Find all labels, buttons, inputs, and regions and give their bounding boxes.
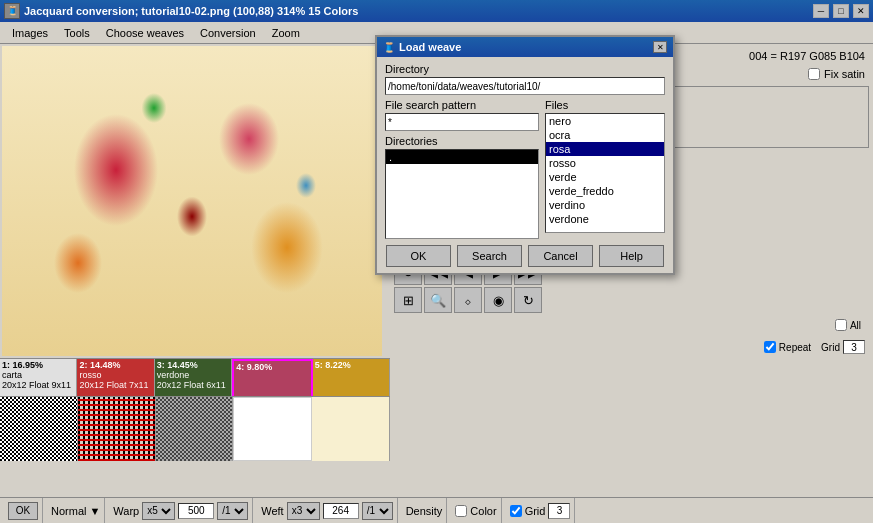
cancel-dialog-btn[interactable]: Cancel (528, 245, 593, 267)
file-search-input[interactable] (385, 113, 539, 131)
directories-label: Directories (385, 135, 539, 147)
file-search-label: File search pattern (385, 99, 539, 111)
dialog-body: Directory File search pattern Directorie… (377, 57, 673, 273)
dialog-title-bar: 🧵 Load weave ✕ (377, 37, 673, 57)
dialog-title: Load weave (399, 41, 649, 53)
search-dialog-btn[interactable]: Search (457, 245, 522, 267)
dir-item-dot[interactable]: . (386, 150, 538, 164)
files-area: Files nero ocra rosa rosso verde verde_f… (545, 99, 665, 239)
file-item-verde[interactable]: verde (546, 170, 664, 184)
dialog-buttons: OK Search Cancel Help (385, 245, 665, 267)
dialog-icon: 🧵 (383, 42, 395, 53)
file-item-ocra[interactable]: ocra (546, 128, 664, 142)
search-pattern-area: File search pattern Directories . (385, 99, 539, 239)
file-item-verdone[interactable]: verdone (546, 212, 664, 226)
files-listbox[interactable]: nero ocra rosa rosso verde verde_freddo … (545, 113, 665, 233)
directory-label: Directory (385, 63, 665, 75)
load-weave-dialog: 🧵 Load weave ✕ Directory File search pat… (375, 35, 675, 275)
directories-listbox[interactable]: . (385, 149, 539, 239)
file-item-rosa[interactable]: rosa (546, 142, 664, 156)
file-item-verdino[interactable]: verdino (546, 198, 664, 212)
dialog-close-btn[interactable]: ✕ (653, 41, 667, 53)
file-item-verde-freddo[interactable]: verde_freddo (546, 184, 664, 198)
files-section: File search pattern Directories . Files … (385, 99, 665, 239)
directory-input[interactable] (385, 77, 665, 95)
ok-dialog-btn[interactable]: OK (386, 245, 451, 267)
help-dialog-btn[interactable]: Help (599, 245, 664, 267)
file-item-rosso[interactable]: rosso (546, 156, 664, 170)
files-label: Files (545, 99, 665, 111)
file-item-nero[interactable]: nero (546, 114, 664, 128)
modal-overlay: 🧵 Load weave ✕ Directory File search pat… (0, 0, 873, 523)
